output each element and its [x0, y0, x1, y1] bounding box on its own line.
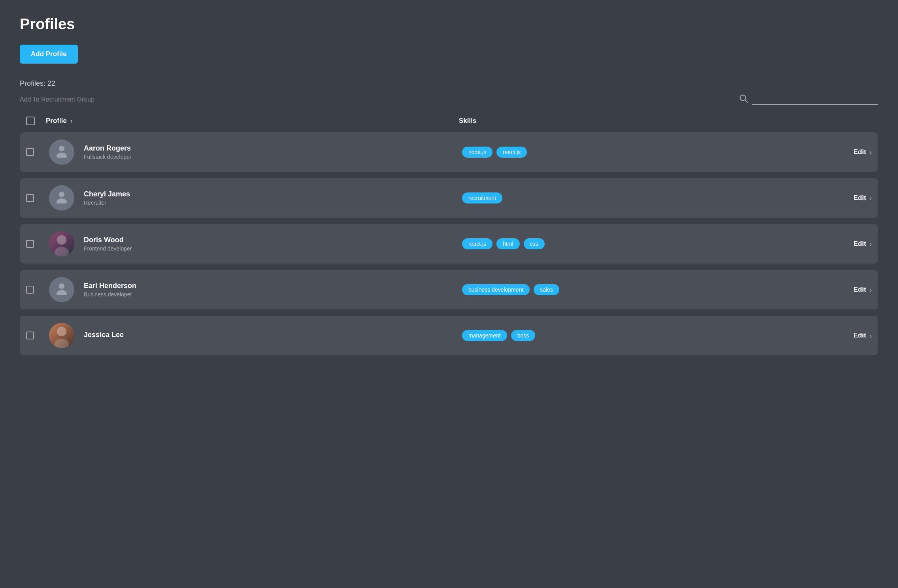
avatar: [49, 277, 74, 302]
profile-name: Jessica Lee: [84, 331, 462, 339]
avatar-col: [46, 323, 77, 348]
profile-role: Frontend developer: [84, 245, 462, 252]
skills-col: node.jsreact.js: [462, 147, 840, 158]
svg-point-10: [57, 327, 66, 336]
profile-row: Cheryl JamesRecruiterrecruitmentEdit›: [20, 178, 878, 218]
header-skills-col: Skills: [459, 117, 872, 125]
sort-icon[interactable]: ↑: [70, 118, 73, 124]
header-profile-col: Profile ↑: [46, 117, 459, 125]
skill-tag: css: [524, 238, 545, 249]
add-profile-button[interactable]: Add Profile: [20, 45, 78, 64]
row-checkbox-col: [26, 286, 46, 294]
skill-tag: recruitment: [462, 192, 502, 204]
profile-row: Aaron RogersFullstack developernode.jsre…: [20, 132, 878, 172]
avatar-col: [46, 277, 77, 302]
edit-col: Edit›: [840, 148, 872, 157]
avatar: [49, 323, 74, 348]
profile-name: Aaron Rogers: [84, 144, 462, 153]
skill-tag: sales: [534, 284, 559, 295]
profile-row: Doris WoodFrontend developerreact.jshtml…: [20, 224, 878, 264]
search-input[interactable]: [752, 94, 878, 105]
profile-role: Business developer: [84, 291, 462, 298]
select-all-checkbox[interactable]: [26, 117, 35, 125]
svg-point-4: [59, 192, 64, 197]
skills-col: recruitment: [462, 192, 840, 204]
row-checkbox-col: [26, 332, 46, 339]
profile-role: Fullstack developer: [84, 154, 462, 160]
edit-col: Edit›: [840, 239, 872, 249]
svg-line-1: [745, 100, 747, 102]
profile-info-col: Jessica Lee: [77, 331, 462, 340]
skills-col: managementboss: [462, 330, 840, 341]
profile-checkbox-2[interactable]: [26, 240, 34, 248]
profile-role: Recruiter: [84, 200, 462, 206]
chevron-right-icon: ›: [869, 148, 872, 157]
skill-tag: node.js: [462, 147, 492, 158]
profile-row: Earl HendersonBusiness developerbusiness…: [20, 270, 878, 309]
edit-col: Edit›: [840, 194, 872, 203]
avatar-col: [46, 231, 77, 256]
profile-name: Earl Henderson: [84, 282, 462, 290]
toolbar: Add To Recruitment Group: [20, 94, 878, 105]
skill-tag: react.js: [496, 147, 527, 158]
svg-point-11: [55, 339, 69, 348]
profile-checkbox-3[interactable]: [26, 286, 34, 294]
svg-point-3: [57, 153, 67, 158]
skill-tag: html: [496, 238, 519, 249]
profile-checkbox-4[interactable]: [26, 332, 34, 339]
edit-button-2[interactable]: Edit: [853, 240, 866, 248]
svg-point-9: [57, 290, 67, 295]
svg-point-6: [57, 235, 66, 245]
avatar: [49, 185, 74, 211]
table-header: Profile ↑ Skills: [20, 113, 878, 129]
search-container: [739, 94, 878, 105]
profile-info-col: Cheryl JamesRecruiter: [77, 190, 462, 206]
avatar-placeholder-icon: [55, 143, 69, 161]
avatar: [49, 139, 74, 165]
skills-col: business developmentsales: [462, 284, 840, 295]
svg-point-2: [59, 146, 64, 151]
edit-button-1[interactable]: Edit: [853, 194, 866, 202]
row-checkbox-col: [26, 194, 46, 202]
skill-tag: management: [462, 330, 507, 341]
profile-checkbox-1[interactable]: [26, 194, 34, 202]
avatar-col: [46, 139, 77, 165]
profile-info-col: Earl HendersonBusiness developer: [77, 282, 462, 298]
chevron-right-icon: ›: [869, 239, 872, 249]
svg-point-5: [57, 198, 67, 204]
add-recruitment-label: Add To Recruitment Group: [20, 96, 94, 103]
skill-tag: business development: [462, 284, 530, 295]
profiles-list: Aaron RogersFullstack developernode.jsre…: [20, 132, 878, 355]
page-title: Profiles: [20, 16, 878, 33]
profile-row: Jessica LeemanagementbossEdit›: [20, 316, 878, 355]
chevron-right-icon: ›: [869, 285, 872, 294]
avatar-placeholder-icon: [55, 281, 69, 298]
header-checkbox-col: [26, 117, 46, 125]
chevron-right-icon: ›: [869, 331, 872, 340]
avatar-col: [46, 185, 77, 211]
profile-name: Cheryl James: [84, 190, 462, 198]
svg-point-8: [59, 283, 64, 289]
avatar-placeholder-icon: [55, 189, 69, 207]
skill-tag: react.js: [462, 238, 492, 249]
search-icon: [739, 94, 748, 105]
edit-button-0[interactable]: Edit: [853, 148, 866, 156]
profile-header-label: Profile: [46, 117, 67, 125]
profiles-count: Profiles: 22: [20, 79, 878, 88]
edit-button-4[interactable]: Edit: [853, 332, 866, 339]
profile-name: Doris Wood: [84, 236, 462, 244]
chevron-right-icon: ›: [869, 194, 872, 203]
edit-col: Edit›: [840, 285, 872, 294]
edit-col: Edit›: [840, 331, 872, 340]
profile-info-col: Doris WoodFrontend developer: [77, 236, 462, 252]
skill-tag: boss: [511, 330, 536, 341]
profile-checkbox-0[interactable]: [26, 148, 34, 156]
avatar: [49, 231, 74, 256]
skills-col: react.jshtmlcss: [462, 238, 840, 249]
profile-info-col: Aaron RogersFullstack developer: [77, 144, 462, 160]
edit-button-3[interactable]: Edit: [853, 286, 866, 294]
row-checkbox-col: [26, 148, 46, 156]
row-checkbox-col: [26, 240, 46, 248]
svg-point-7: [55, 247, 69, 256]
